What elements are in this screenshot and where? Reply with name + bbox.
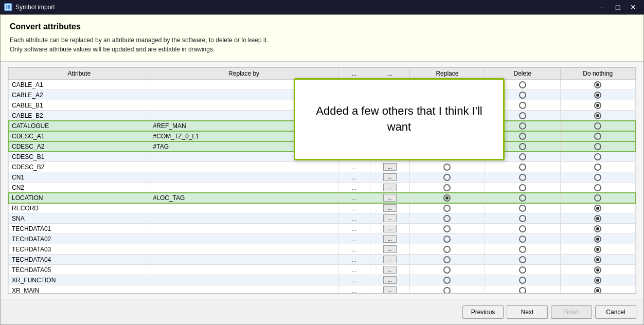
radio-circle[interactable] — [443, 215, 451, 222]
browse-button[interactable]: ... — [383, 163, 397, 171]
maximize-button[interactable]: □ — [611, 2, 624, 12]
table-row[interactable]: TECHDATA05...... — [9, 265, 636, 275]
radio-circle[interactable] — [594, 266, 601, 274]
radio-circle[interactable] — [443, 246, 451, 253]
delete-radio-cell[interactable] — [485, 285, 560, 294]
btn-cell[interactable]: ... — [370, 183, 409, 193]
radio-circle[interactable] — [443, 194, 451, 202]
do-nothing-radio-cell[interactable] — [560, 121, 635, 131]
delete-radio-cell[interactable] — [485, 162, 560, 172]
replace-radio-cell[interactable] — [409, 244, 485, 255]
radio-circle[interactable] — [519, 205, 526, 212]
radio-circle[interactable] — [594, 194, 601, 202]
table-row[interactable]: CN2...... — [9, 183, 636, 193]
radio-circle[interactable] — [594, 215, 601, 222]
do-nothing-radio-cell[interactable] — [560, 234, 635, 244]
radio-circle[interactable] — [519, 184, 526, 191]
browse-button[interactable]: ... — [383, 235, 397, 243]
browse-button[interactable]: ... — [383, 276, 397, 284]
do-nothing-radio-cell[interactable] — [560, 265, 635, 275]
replace-radio-cell[interactable] — [409, 172, 485, 183]
radio-circle[interactable] — [594, 277, 601, 284]
delete-radio-cell[interactable] — [485, 193, 560, 203]
radio-circle[interactable] — [594, 122, 601, 130]
delete-radio-cell[interactable] — [485, 234, 560, 244]
do-nothing-radio-cell[interactable] — [560, 90, 635, 100]
delete-radio-cell[interactable] — [485, 203, 560, 213]
btn-cell[interactable]: ... — [370, 224, 409, 234]
do-nothing-radio-cell[interactable] — [560, 285, 635, 294]
replace-radio-cell[interactable] — [409, 255, 485, 265]
radio-circle[interactable] — [519, 256, 526, 263]
do-nothing-radio-cell[interactable] — [560, 80, 635, 90]
btn-cell[interactable]: ... — [370, 203, 409, 213]
table-row[interactable]: SNA...... — [9, 213, 636, 224]
table-row[interactable]: XR_MAIN...... — [9, 285, 636, 294]
radio-circle[interactable] — [443, 277, 451, 284]
table-row[interactable]: XR_FUNCTION...... — [9, 275, 636, 285]
radio-circle[interactable] — [594, 256, 601, 263]
table-row[interactable]: TECHDATA03...... — [9, 244, 636, 255]
btn-cell[interactable]: ... — [370, 234, 409, 244]
radio-circle[interactable] — [594, 153, 601, 160]
radio-circle[interactable] — [519, 246, 526, 253]
radio-circle[interactable] — [443, 184, 451, 191]
table-row[interactable]: CDESC_B2...... — [9, 162, 636, 172]
replace-radio-cell[interactable] — [409, 275, 485, 285]
browse-button[interactable]: ... — [383, 286, 397, 294]
delete-radio-cell[interactable] — [485, 255, 560, 265]
delete-radio-cell[interactable] — [485, 172, 560, 183]
previous-button[interactable]: Previous — [462, 305, 504, 319]
radio-circle[interactable] — [519, 277, 526, 284]
delete-radio-cell[interactable] — [485, 275, 560, 285]
next-button[interactable]: Next — [507, 305, 548, 319]
do-nothing-radio-cell[interactable] — [560, 162, 635, 172]
radio-circle[interactable] — [519, 81, 526, 88]
radio-circle[interactable] — [519, 164, 526, 171]
table-row[interactable]: LOCATION#LOC_TAG...... — [9, 193, 636, 203]
browse-button[interactable]: ... — [383, 173, 397, 181]
radio-circle[interactable] — [443, 174, 451, 181]
radio-circle[interactable] — [594, 164, 601, 171]
delete-radio-cell[interactable] — [485, 244, 560, 255]
radio-circle[interactable] — [443, 287, 451, 294]
browse-button[interactable]: ... — [383, 214, 397, 222]
radio-circle[interactable] — [594, 143, 601, 150]
replace-radio-cell[interactable] — [409, 213, 485, 224]
do-nothing-radio-cell[interactable] — [560, 172, 635, 183]
browse-button[interactable]: ... — [383, 184, 397, 191]
radio-circle[interactable] — [519, 153, 526, 160]
delete-radio-cell[interactable] — [485, 265, 560, 275]
radio-circle[interactable] — [519, 225, 526, 232]
do-nothing-radio-cell[interactable] — [560, 111, 635, 121]
radio-circle[interactable] — [519, 102, 526, 109]
finish-button[interactable]: Finish — [551, 305, 592, 319]
do-nothing-radio-cell[interactable] — [560, 213, 635, 224]
do-nothing-radio-cell[interactable] — [560, 275, 635, 285]
btn-cell[interactable]: ... — [370, 275, 409, 285]
delete-radio-cell[interactable] — [485, 224, 560, 234]
browse-button[interactable]: ... — [383, 266, 397, 274]
delete-radio-cell[interactable] — [485, 213, 560, 224]
radio-circle[interactable] — [443, 256, 451, 263]
replace-radio-cell[interactable] — [409, 193, 485, 203]
radio-circle[interactable] — [519, 174, 526, 181]
radio-circle[interactable] — [594, 184, 601, 191]
do-nothing-radio-cell[interactable] — [560, 193, 635, 203]
btn-cell[interactable]: ... — [370, 162, 409, 172]
do-nothing-radio-cell[interactable] — [560, 255, 635, 265]
btn-cell[interactable]: ... — [370, 244, 409, 255]
radio-circle[interactable] — [594, 102, 601, 109]
replace-radio-cell[interactable] — [409, 203, 485, 213]
table-row[interactable]: RECORD...... — [9, 203, 636, 213]
radio-circle[interactable] — [443, 236, 451, 243]
replace-radio-cell[interactable] — [409, 234, 485, 244]
radio-circle[interactable] — [594, 92, 601, 99]
table-row[interactable]: CN1...... — [9, 172, 636, 183]
radio-circle[interactable] — [594, 246, 601, 253]
radio-circle[interactable] — [594, 225, 601, 232]
do-nothing-radio-cell[interactable] — [560, 224, 635, 234]
table-row[interactable]: TECHDATA01...... — [9, 224, 636, 234]
do-nothing-radio-cell[interactable] — [560, 244, 635, 255]
radio-circle[interactable] — [594, 112, 601, 119]
